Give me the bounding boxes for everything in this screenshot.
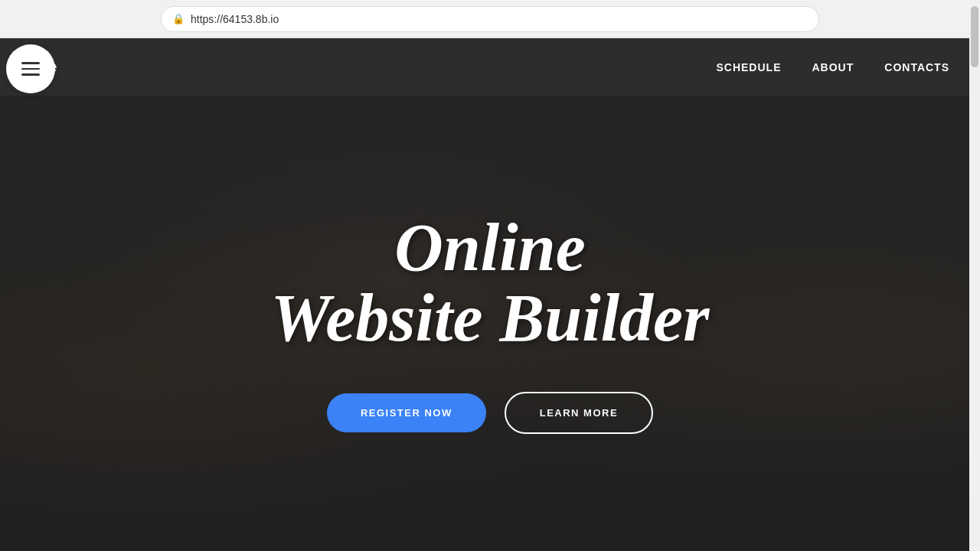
- hero-title: Online Website Builder: [271, 213, 710, 354]
- hamburger-icon: [21, 62, 40, 76]
- nav-contacts[interactable]: CONTACTS: [884, 61, 949, 73]
- hero-buttons: REGISTER NOW LEARN MORE: [271, 392, 710, 434]
- url-text: https://64153.8b.io: [191, 13, 279, 25]
- lock-icon: 🔒: [172, 13, 185, 24]
- website-content: site SCHEDULE ABOUT CONTACTS Online Webs…: [0, 38, 980, 551]
- mobile-menu-button[interactable]: [6, 44, 55, 93]
- nav-about[interactable]: ABOUT: [812, 61, 854, 73]
- navbar: site SCHEDULE ABOUT CONTACTS: [0, 38, 980, 96]
- scrollbar-thumb[interactable]: [971, 6, 978, 67]
- learn-more-button[interactable]: LEARN MORE: [505, 392, 653, 434]
- browser-chrome: 🔒 https://64153.8b.io: [0, 0, 980, 38]
- register-now-button[interactable]: REGISTER NOW: [327, 393, 486, 432]
- hero-title-line1: Online: [394, 210, 585, 285]
- scrollbar-track[interactable]: [969, 0, 980, 551]
- address-bar[interactable]: 🔒 https://64153.8b.io: [161, 6, 819, 32]
- hero-section: Online Website Builder REGISTER NOW LEAR…: [0, 96, 980, 551]
- nav-schedule[interactable]: SCHEDULE: [716, 61, 781, 73]
- hero-content: Online Website Builder REGISTER NOW LEAR…: [256, 213, 725, 435]
- nav-menu: SCHEDULE ABOUT CONTACTS: [716, 61, 949, 73]
- hero-title-line2: Website Builder: [271, 281, 710, 355]
